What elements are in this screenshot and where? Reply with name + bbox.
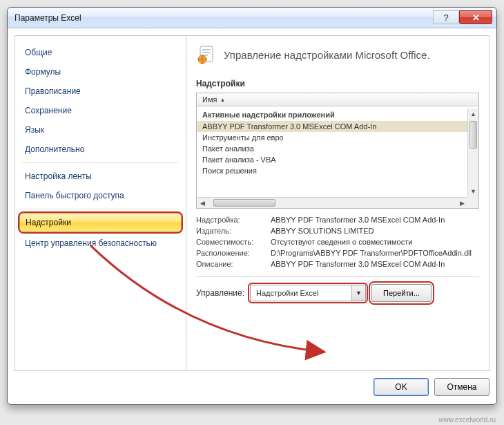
scroll-left-icon[interactable]: ◀	[197, 198, 208, 208]
addins-icon	[196, 44, 217, 65]
main-pane: Управление надстройками Microsoft Office…	[186, 36, 489, 370]
label-compat: Совместимость:	[196, 238, 271, 246]
ok-button[interactable]: OK	[374, 378, 429, 396]
svg-point-5	[201, 58, 204, 62]
value-publisher: ABBYY SOLUTIONS LIMITED	[271, 227, 479, 235]
sort-indicator-icon: ▲	[220, 97, 225, 103]
dropdown-selected: Надстройки Excel	[251, 289, 351, 297]
header-title: Управление надстройками Microsoft Office…	[224, 49, 430, 61]
sidebar-item-qat[interactable]: Панель быстрого доступа	[15, 186, 186, 205]
svg-rect-8	[198, 59, 200, 60]
scroll-down-icon[interactable]: ▼	[468, 186, 478, 197]
manage-dropdown[interactable]: Надстройки Excel ▼	[250, 285, 366, 301]
sidebar: Общие Формулы Правописание Сохранение Яз…	[15, 36, 186, 370]
window-title: Параметры Excel	[14, 13, 433, 23]
svg-rect-2	[202, 52, 211, 53]
sidebar-item-formulas[interactable]: Формулы	[15, 62, 186, 82]
label-desc: Описание:	[196, 260, 271, 268]
chevron-down-icon: ▼	[351, 285, 365, 301]
value-compat: Отсутствуют сведения о совместимости	[271, 238, 479, 246]
scroll-up-icon[interactable]: ▲	[468, 108, 478, 120]
list-body: Активные надстройки приложений ABBYY PDF…	[197, 108, 467, 197]
label-publisher: Издатель:	[196, 227, 271, 235]
addin-details: Надстройка: ABBYY PDF Transformer 3.0 MS…	[196, 216, 479, 268]
sidebar-item-trust[interactable]: Центр управления безопасностью	[15, 234, 186, 253]
sidebar-separator	[22, 209, 179, 209]
header-row: Управление надстройками Microsoft Office…	[196, 44, 479, 65]
addins-listbox[interactable]: Имя ▲ Активные надстройки приложений ABB…	[196, 93, 479, 209]
value-desc: ABBYY PDF Transformer 3.0 MSExcel COM Ad…	[271, 260, 479, 268]
sidebar-item-proofing[interactable]: Правописание	[15, 82, 186, 101]
manage-row: Управление: Надстройки Excel ▼ Перейти..…	[196, 284, 479, 302]
sidebar-item-language[interactable]: Язык	[15, 120, 186, 140]
sidebar-item-advanced[interactable]: Дополнительно	[15, 140, 186, 159]
list-item[interactable]: Пакет анализа	[197, 143, 467, 154]
sidebar-item-save[interactable]: Сохранение	[15, 101, 186, 120]
vertical-scrollbar[interactable]: ▲ ▼	[467, 108, 478, 197]
value-addin: ABBYY PDF Transformer 3.0 MSExcel COM Ad…	[271, 216, 479, 224]
dialog-footer: OK Отмена	[14, 375, 490, 399]
titlebar: Параметры Excel ? ✕	[8, 8, 496, 28]
window-buttons: ? ✕	[433, 11, 492, 24]
list-group-active: Активные надстройки приложений	[197, 108, 467, 121]
svg-rect-7	[202, 62, 203, 64]
scroll-thumb[interactable]	[213, 199, 275, 207]
go-button[interactable]: Перейти...	[371, 284, 432, 302]
svg-rect-1	[202, 49, 211, 50]
list-item[interactable]: Поиск решения	[197, 165, 467, 176]
sidebar-item-ribbon[interactable]: Настройка ленты	[15, 167, 186, 186]
dialog-window: Параметры Excel ? ✕ Общие Формулы Правоп…	[7, 7, 497, 405]
go-button-label: Перейти...	[383, 289, 420, 297]
help-button[interactable]: ?	[433, 10, 459, 24]
content-area: Общие Формулы Правописание Сохранение Яз…	[14, 35, 490, 371]
manage-label: Управление:	[196, 288, 244, 298]
list-item[interactable]: ABBYY PDF Transformer 3.0 MSExcel COM Ad…	[197, 121, 467, 132]
column-name-label: Имя	[202, 95, 217, 104]
scroll-corner	[467, 197, 478, 208]
label-addin: Надстройка:	[196, 216, 271, 224]
value-location: D:\Programs\ABBYY PDF Transformer\PDFTOf…	[271, 249, 479, 257]
watermark: www.excelworld.ru	[438, 416, 496, 424]
list-item[interactable]: Пакет анализа - VBA	[197, 154, 467, 165]
sidebar-separator	[22, 162, 179, 163]
label-location: Расположение:	[196, 249, 271, 257]
horizontal-scrollbar[interactable]: ◀ ▶	[197, 197, 467, 208]
cancel-button[interactable]: Отмена	[434, 378, 490, 396]
svg-rect-9	[205, 59, 207, 60]
sidebar-item-addins[interactable]: Надстройки	[19, 213, 182, 232]
sidebar-item-general[interactable]: Общие	[15, 43, 186, 62]
svg-rect-6	[202, 55, 203, 57]
list-item[interactable]: Инструменты для евро	[197, 132, 467, 143]
scroll-right-icon[interactable]: ▶	[456, 198, 467, 208]
list-column-header[interactable]: Имя ▲	[197, 93, 478, 106]
close-button[interactable]: ✕	[459, 10, 492, 24]
section-title: Надстройки	[196, 79, 479, 88]
scroll-thumb[interactable]	[469, 121, 477, 149]
divider	[196, 276, 479, 277]
